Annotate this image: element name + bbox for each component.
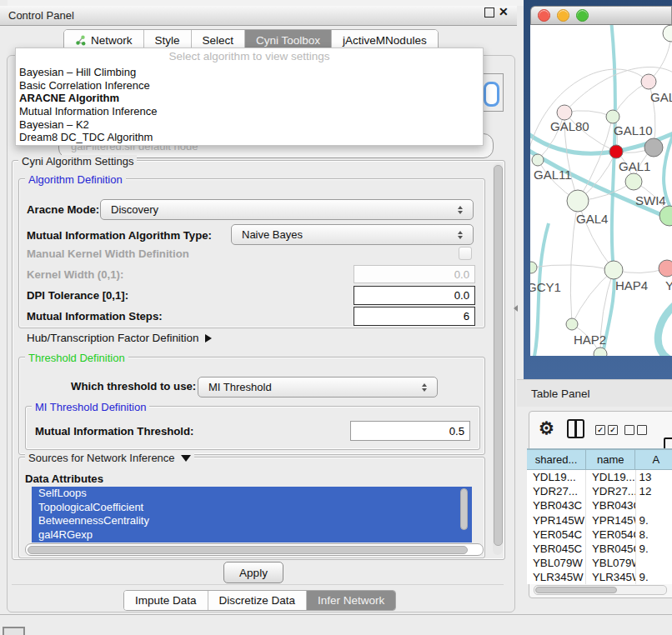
table-cell: YER054C	[527, 528, 586, 542]
manual-kernel-checkbox[interactable]	[459, 247, 472, 260]
tab-label: jActiveMNodules	[343, 34, 427, 47]
aracne-mode-value: Discovery	[111, 203, 158, 216]
sources-legend-text: Sources for Network Inference	[28, 452, 175, 464]
table-panel-titlebar[interactable]: Table Panel	[517, 379, 672, 407]
attributes-vertical-scrollbar[interactable]	[460, 488, 468, 540]
gear-icon[interactable]: ⚙	[539, 419, 554, 437]
kernel-width-value: 0.0	[454, 268, 469, 281]
sources-legend[interactable]: Sources for Network Inference	[25, 452, 194, 464]
combo-stepper[interactable]	[484, 82, 499, 107]
network-node[interactable]	[609, 145, 623, 158]
close-panel-icon[interactable]: ✕	[499, 5, 509, 18]
control-panel-titlebar[interactable]: Control Panel	[0, 6, 517, 26]
node-label-swi4: SWI4	[635, 193, 666, 208]
dropdown-item-bayesian-hill-climbing[interactable]: Bayesian – Hill Climbing	[16, 66, 483, 79]
node-table[interactable]: shared...nameAYDL19...YDL19...13YDR27...…	[527, 448, 672, 584]
table-cell: YPR145W	[586, 513, 636, 528]
network-node-gal11[interactable]	[532, 154, 544, 166]
dropdown-item-dream8-dc-tdc-algorithm[interactable]: Dream8 DC_TDC Algorithm	[16, 131, 483, 144]
zoom-window-icon[interactable]	[576, 9, 589, 22]
float-panel-icon[interactable]	[484, 8, 494, 18]
top-strip	[0, 0, 524, 6]
node-label-gal7: GAL7	[650, 90, 672, 104]
network-node-y[interactable]	[659, 260, 672, 277]
focused-combo-fragment[interactable]	[480, 73, 504, 112]
column-header-shared[interactable]: shared...	[527, 449, 586, 470]
dropdown-items: Bayesian – Hill ClimbingBasic Correlatio…	[16, 66, 483, 144]
aracne-mode-label: Aracne Mode:	[27, 203, 99, 216]
bottom-tab-impute-data[interactable]: Impute Data	[124, 591, 208, 610]
panel-title: Control Panel	[8, 9, 74, 22]
mi-steps-input[interactable]: 6	[354, 307, 475, 326]
tab-label: Cyni Toolbox	[256, 34, 320, 47]
splitter-handle-icon[interactable]	[514, 305, 518, 312]
column-header-name[interactable]: name	[586, 449, 635, 470]
dropdown-item-bayesian-k2[interactable]: Bayesian – K2	[16, 118, 483, 132]
network-node-gal80[interactable]	[557, 105, 572, 120]
table-cell: 12	[636, 484, 672, 498]
network-window-titlebar[interactable]	[530, 6, 672, 25]
table-row[interactable]: YER054CYER054C8.	[527, 528, 672, 542]
network-node-gal10[interactable]	[606, 110, 619, 123]
network-node-swi4[interactable]	[659, 206, 672, 226]
network-node-hap2[interactable]	[566, 318, 578, 330]
table-row[interactable]: YBR043CYBR043C	[527, 498, 672, 512]
table-row[interactable]: YDR27...YDR27...12	[527, 484, 672, 498]
apply-button[interactable]: Apply	[223, 562, 283, 583]
node-label-gcy1: GCY1	[530, 280, 561, 294]
bottom-tab-discretize-data[interactable]: Discretize Data	[208, 591, 308, 610]
network-node-gal4[interactable]	[567, 190, 589, 212]
attribute-item-gal4rgexp[interactable]: gal4RGexp	[32, 528, 472, 542]
attribute-item-betweennesscentrality[interactable]: BetweennessCentrality	[32, 514, 472, 528]
network-node[interactable]	[644, 138, 663, 157]
minimize-window-icon[interactable]	[557, 9, 569, 22]
table-row[interactable]: YBR045CYBR045C9.	[527, 542, 672, 556]
columns-icon[interactable]	[567, 419, 584, 438]
attributes-horizontal-scrollbar[interactable]	[25, 543, 484, 556]
table-row[interactable]: YPR145WYPR145W9.	[527, 513, 672, 528]
attribute-item-topologicalcoefficient[interactable]: TopologicalCoefficient	[32, 501, 472, 515]
node-label-gal4: GAL4	[576, 212, 608, 226]
column-header-a[interactable]: A	[635, 449, 672, 470]
network-node-gal7[interactable]	[641, 74, 656, 89]
table-row[interactable]: YBL079WYBL079W	[527, 556, 672, 570]
table-cell: YBL079W	[586, 556, 636, 570]
table-cell: YBR045C	[527, 542, 586, 556]
data-attributes-list[interactable]: SelfLoopsTopologicalCoefficientBetweenne…	[32, 487, 472, 542]
network-node[interactable]	[663, 25, 672, 42]
select-all-checkboxes-icon[interactable]: ✓✓	[595, 425, 618, 435]
table-horizontal-scrollbar[interactable]	[534, 585, 667, 595]
table-row[interactable]: YLR345WYLR345W9.	[527, 570, 672, 584]
which-threshold-value: MI Threshold	[208, 381, 272, 393]
network-canvas[interactable]: GAL7GAL80GAL10GAL11GAL1GAL4SWI4GCY1HAP4Y…	[530, 25, 672, 356]
mi-algorithm-type-combo[interactable]: Naive Bayes	[231, 224, 474, 245]
node-label-gal11: GAL11	[534, 168, 572, 182]
node-label-hap4: HAP4	[615, 278, 648, 292]
minimized-panel-icon[interactable]	[3, 627, 25, 635]
data-attributes-label: Data Attributes	[25, 472, 103, 485]
stepper-arrows-icon	[458, 231, 463, 239]
dropdown-item-basic-correlation-inference[interactable]: Basic Correlation Inference	[16, 79, 483, 92]
table-cell: YDL19...	[527, 470, 586, 484]
stepper-arrows-icon	[422, 383, 427, 392]
bottom-tab-infer-network[interactable]: Infer Network	[307, 591, 395, 610]
network-node-hap4[interactable]	[604, 261, 623, 279]
settings-vertical-scrollbar[interactable]	[493, 163, 503, 555]
deselect-all-checkboxes-icon[interactable]	[624, 425, 647, 435]
dropdown-item-aracne-algorithm[interactable]: ARACNE Algorithm	[16, 92, 483, 105]
dpi-tolerance-input[interactable]: 0.0	[354, 286, 475, 305]
attribute-item-selfloops[interactable]: SelfLoops	[32, 487, 472, 501]
network-node-gcy1[interactable]	[530, 262, 537, 273]
close-window-icon[interactable]	[538, 9, 550, 22]
node-label-hap2: HAP2	[574, 332, 606, 347]
dropdown-item-mutual-information-inference[interactable]: Mutual Information Inference	[16, 105, 483, 118]
mi-threshold-input[interactable]: 0.5	[350, 421, 470, 441]
cyni-settings-legend: Cyni Algorithm Settings	[18, 155, 137, 168]
network-icon	[75, 35, 86, 46]
kernel-width-input[interactable]: 0.0	[354, 265, 475, 283]
table-row[interactable]: YDL19...YDL19...13	[527, 470, 672, 484]
network-node-gal1[interactable]	[625, 173, 642, 190]
which-threshold-combo[interactable]: MI Threshold	[198, 377, 438, 398]
aracne-mode-combo[interactable]: Discovery	[100, 199, 474, 220]
hub-definition-toggle[interactable]: Hub/Transcription Factor Definition	[27, 332, 212, 344]
